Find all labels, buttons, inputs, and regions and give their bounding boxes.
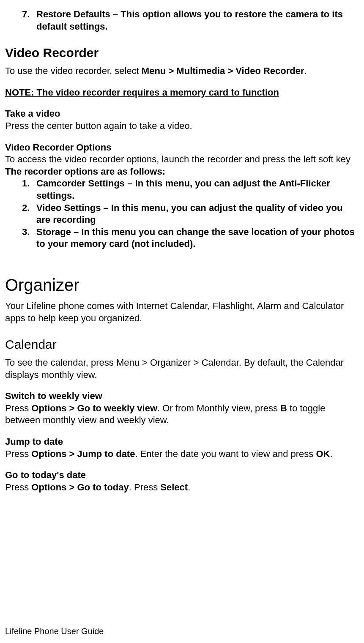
calendar-intro: To see the calendar, press Menu > Organi…: [5, 357, 359, 381]
video-recorder-note: NOTE: The video recorder requires a memo…: [5, 87, 359, 99]
recorder-options-heading: Video Recorder Options: [5, 142, 359, 154]
go-today-heading: Go to today's date: [5, 469, 359, 482]
video-recorder-intro: To use the video recorder, select Menu >…: [5, 65, 359, 77]
list-number: 2.: [22, 202, 36, 226]
list-number: 3.: [22, 226, 36, 250]
recorder-options-follows: The recorder options are as follows:: [5, 166, 359, 178]
heading-calendar: Calendar: [5, 336, 359, 353]
list-item: 3. Storage – In this menu you can change…: [22, 226, 359, 250]
jump-to-date-heading: Jump to date: [5, 436, 359, 448]
weekly-view-text: Press Options > Go to weekly view. Or fr…: [5, 402, 359, 427]
list-text: Restore Defaults – This option allows yo…: [36, 8, 359, 33]
list-text: Camcorder Settings – In this menu, you c…: [36, 178, 359, 202]
list-item: 2. Video Settings – In this menu, you ca…: [22, 202, 359, 226]
weekly-view-heading: Switch to weekly view: [5, 390, 359, 402]
jump-to-date-text: Press Options > Jump to date. Enter the …: [5, 448, 359, 460]
list-text: Video Settings – In this menu, you can a…: [36, 202, 359, 226]
list-item: 7. Restore Defaults – This option allows…: [22, 8, 359, 33]
recorder-options-text: To access the video recorder options, la…: [5, 153, 359, 166]
heading-organizer: Organizer: [5, 274, 359, 296]
organizer-intro: Your Lifeline phone comes with Internet …: [5, 300, 359, 324]
take-video-text: Press the center button again to take a …: [5, 120, 359, 132]
list-item: 1. Camcorder Settings – In this menu, yo…: [22, 178, 359, 202]
go-today-text: Press Options > Go to today. Press Selec…: [5, 482, 359, 494]
list-number: 7.: [22, 8, 36, 33]
take-video-heading: Take a video: [5, 108, 359, 120]
list-text: Storage – In this menu you can change th…: [36, 226, 359, 250]
list-number: 1.: [22, 178, 36, 202]
heading-video-recorder: Video Recorder: [5, 44, 359, 61]
